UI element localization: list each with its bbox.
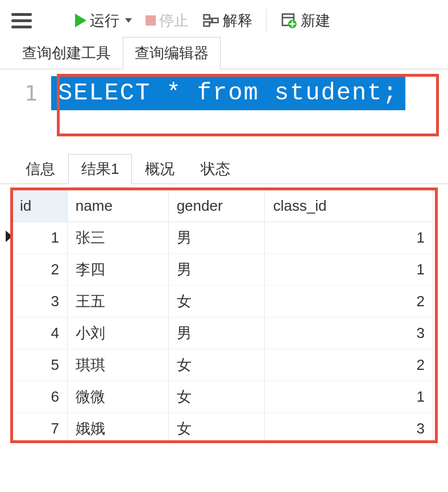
new-button[interactable]: 新建 <box>276 9 335 33</box>
line-number: 1 <box>11 81 51 106</box>
column-header-gender[interactable]: gender <box>168 190 265 222</box>
tab-profile[interactable]: 概况 <box>132 154 188 184</box>
cell-gender[interactable]: 男 <box>168 254 265 286</box>
result-tabs: 信息 结果1 概况 状态 <box>0 156 448 184</box>
cell-name[interactable]: 张三 <box>67 222 168 254</box>
menu-icon[interactable] <box>11 10 32 31</box>
table-row[interactable]: 6 微微 女 1 <box>12 381 433 413</box>
sql-editor[interactable]: 1 SELECT * from student; <box>0 69 448 127</box>
cell-id[interactable]: 6 <box>12 381 68 413</box>
editor-tabs: 查询创建工具 查询编辑器 <box>0 41 448 69</box>
run-label: 运行 <box>90 11 119 31</box>
result-table-wrap: id name gender class_id 1 张三 男 1 2 李四 男 … <box>0 184 448 456</box>
tab-query-builder[interactable]: 查询创建工具 <box>10 37 123 69</box>
cell-class-id[interactable]: 3 <box>265 413 433 445</box>
cell-class-id[interactable]: 2 <box>265 286 433 318</box>
stop-label: 停止 <box>159 11 189 31</box>
svg-rect-0 <box>204 15 210 19</box>
tab-query-editor[interactable]: 查询编辑器 <box>123 37 221 69</box>
toolbar-divider <box>266 9 267 32</box>
table-row[interactable]: 3 王五 女 2 <box>12 286 433 318</box>
table-row[interactable]: 2 李四 男 1 <box>12 254 433 286</box>
cell-gender[interactable]: 女 <box>168 413 265 445</box>
play-icon <box>75 14 86 27</box>
cell-id[interactable]: 1 <box>12 222 68 254</box>
column-header-name[interactable]: name <box>67 190 168 222</box>
cell-name[interactable]: 李四 <box>67 254 168 286</box>
main-toolbar: 运行 停止 解释 新建 <box>0 0 448 41</box>
cell-gender[interactable]: 男 <box>168 222 265 254</box>
table-row[interactable]: 5 琪琪 女 2 <box>12 349 433 381</box>
tab-result1[interactable]: 结果1 <box>68 154 132 184</box>
table-row[interactable]: 4 小刘 男 3 <box>12 318 433 349</box>
table-header-row: id name gender class_id <box>12 190 433 222</box>
current-row-pointer-icon <box>6 231 13 242</box>
run-dropdown-caret-icon[interactable] <box>125 18 132 23</box>
svg-rect-2 <box>213 18 218 23</box>
cell-name[interactable]: 王五 <box>67 286 168 318</box>
column-header-id[interactable]: id <box>12 190 68 222</box>
explain-button[interactable]: 解释 <box>198 9 257 33</box>
table-row[interactable]: 7 娥娥 女 3 <box>12 413 433 445</box>
cell-class-id[interactable]: 2 <box>265 349 433 381</box>
column-header-class-id[interactable]: class_id <box>265 190 433 222</box>
stop-icon <box>146 15 156 26</box>
table-row[interactable]: 1 张三 男 1 <box>12 222 433 254</box>
cell-gender[interactable]: 女 <box>168 381 265 413</box>
sql-text[interactable]: SELECT * from student; <box>51 76 405 110</box>
cell-class-id[interactable]: 1 <box>265 381 433 413</box>
new-icon <box>280 12 297 29</box>
cell-name[interactable]: 小刘 <box>67 318 168 349</box>
new-label: 新建 <box>301 11 330 31</box>
cell-id[interactable]: 5 <box>12 349 68 381</box>
cell-id[interactable]: 3 <box>12 286 68 318</box>
cell-id[interactable]: 4 <box>12 318 68 349</box>
cell-id[interactable]: 7 <box>12 413 68 445</box>
explain-label: 解释 <box>223 11 252 31</box>
cell-class-id[interactable]: 1 <box>265 254 433 286</box>
result-table[interactable]: id name gender class_id 1 张三 男 1 2 李四 男 … <box>11 190 433 445</box>
stop-button: 停止 <box>141 9 193 33</box>
cell-name[interactable]: 娥娥 <box>67 413 168 445</box>
explain-icon <box>202 12 219 29</box>
run-button[interactable]: 运行 <box>70 9 136 33</box>
cell-gender[interactable]: 女 <box>168 286 265 318</box>
cell-name[interactable]: 琪琪 <box>67 349 168 381</box>
cell-id[interactable]: 2 <box>12 254 68 286</box>
tab-info[interactable]: 信息 <box>13 154 68 184</box>
cell-class-id[interactable]: 1 <box>265 222 433 254</box>
cell-name[interactable]: 微微 <box>67 381 168 413</box>
svg-rect-1 <box>204 22 210 27</box>
cell-class-id[interactable]: 3 <box>265 318 433 349</box>
cell-gender[interactable]: 男 <box>168 318 265 349</box>
cell-gender[interactable]: 女 <box>168 349 265 381</box>
tab-status[interactable]: 状态 <box>188 154 243 184</box>
